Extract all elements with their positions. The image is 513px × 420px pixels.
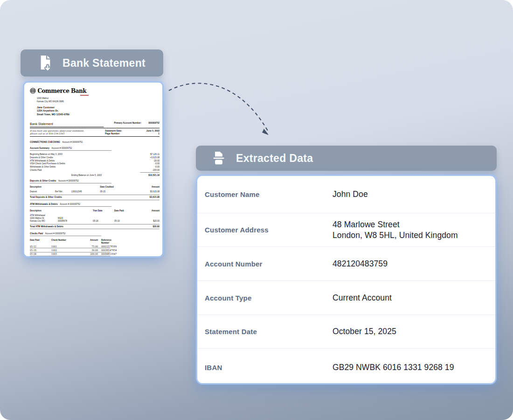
checks-table: Date Paid Check Number Amount Reference … xyxy=(30,239,110,256)
check-row: 05-12 1001 75.00 00012576589 xyxy=(30,245,110,248)
bank-address: 1000 Walnut Kansas City MO 64106-3686 xyxy=(37,97,159,103)
atm-section-title: ATM Withdrawals & DebitsAccount # 000009… xyxy=(30,203,111,207)
statement-dates: Statement Date: June 5, 2003 Page Number… xyxy=(105,129,159,135)
checks-section-title: Checks PaidAccount # 000009752 xyxy=(30,232,101,236)
deposits-total-row: Total Deposits & Other Credits $3,615.08 xyxy=(30,195,159,200)
flow-arrow xyxy=(164,74,276,144)
extracted-row-statement-date: Statement Date October 15, 2025 xyxy=(197,315,495,348)
statement-page: Commerce Bank 1000 Walnut Kansas City MO… xyxy=(24,83,164,258)
bank-statement-header: Bank Statement xyxy=(21,49,163,77)
bank-statement-title: Bank Statement xyxy=(62,57,146,70)
ending-balance-row: Ending Balance on June 5, 2003 $10,521.1… xyxy=(30,174,159,176)
atm-row: ATM Withdrawal 1000 Walnut StM119 Kansas… xyxy=(30,214,159,222)
atm-total-row: Total ATM Withdrawals & Debits $20.00 xyxy=(30,224,159,229)
checks-total-row: Total Checks Paid $305.00 xyxy=(30,258,159,258)
deposit-row: Deposit Ref Nbr: 130012345 05-15 $3,615.… xyxy=(30,190,159,193)
extracted-row-customer-name: Customer Name John Doe xyxy=(197,176,495,213)
extracted-row-account-type: Account Type Current Account xyxy=(197,280,495,315)
deposits-table-header: Description Date Credited Amount xyxy=(30,186,159,189)
document-scan-icon xyxy=(212,150,226,166)
account-summary-title: Account SummaryAccount # 000009752 xyxy=(30,147,111,150)
extracted-data-header: Extracted Data xyxy=(196,146,497,171)
customer-address-block: Jane Customer 1234 Anywhere Dr. Small To… xyxy=(37,105,159,116)
check-row: 05-18 1002 30.00 00036547854 xyxy=(30,248,110,252)
deposits-section-title: Deposits & Other CreditsAccount # 000009… xyxy=(30,179,111,183)
primary-account-row: Primary Account Number: 000009752 xyxy=(114,121,159,124)
account-summary-table: Beginning Balance on May 3, 2003$7,126.1… xyxy=(30,153,159,176)
statement-note-row: If you have any questions about your sta… xyxy=(30,128,159,137)
document-download-icon xyxy=(38,55,52,71)
statement-doc-title: Bank Statement xyxy=(30,121,104,127)
globe-icon xyxy=(30,88,36,95)
statement-note: If you have any questions about your sta… xyxy=(30,129,84,135)
extracted-data-card: Customer Name John Doe Customer Address … xyxy=(196,175,497,385)
summary-rule xyxy=(140,172,159,173)
bank-logo: Commerce Bank xyxy=(30,87,159,95)
extracted-row-account-number: Account Number 482120483759 xyxy=(197,246,495,280)
extracted-row-iban: IBAN GB29 NWBK 6016 1331 9268 19 xyxy=(197,348,495,385)
logo-accent xyxy=(80,95,89,96)
bank-name: Commerce Bank xyxy=(38,87,86,95)
atm-table-header: Description Tran Date Date Paid Amount xyxy=(30,209,159,212)
extracted-row-customer-address: Customer Address 48 Marlowe Street Londo… xyxy=(197,213,495,246)
page-background: Bank Statement Comme xyxy=(0,0,513,420)
bank-statement-document: Commerce Bank 1000 Walnut Kansas City MO… xyxy=(23,81,164,258)
checking-section-title: CONNECTIONS CHECKINGAccount # 000009752 xyxy=(30,140,159,144)
check-row: 05-24 1003 200.00 00094613547 xyxy=(30,252,110,256)
statement-titlebar: Primary Account Number: 000009752 Bank S… xyxy=(30,121,159,127)
checks-table-header: Date Paid Check Number Amount Reference … xyxy=(30,239,110,245)
extracted-data-title: Extracted Data xyxy=(236,152,313,165)
